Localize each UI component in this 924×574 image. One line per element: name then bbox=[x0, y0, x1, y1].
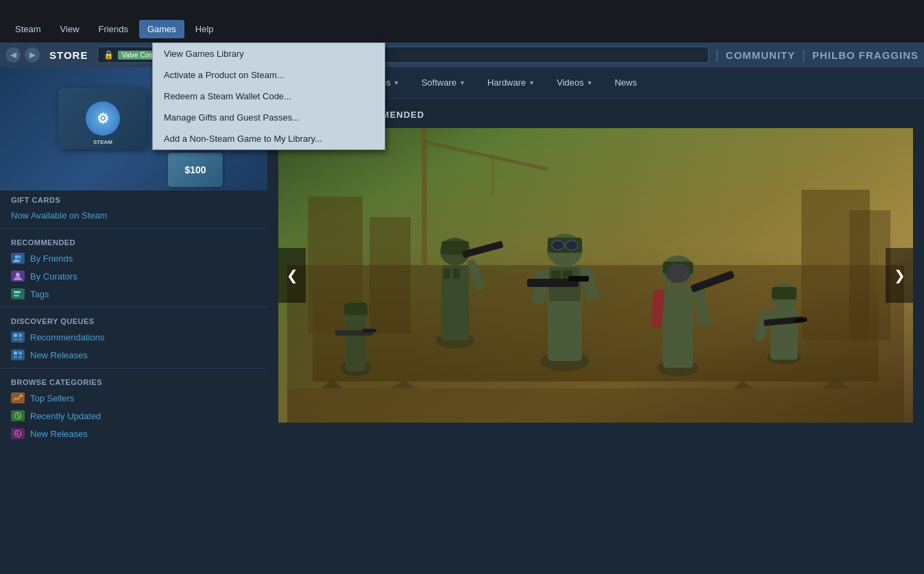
recommendations-link[interactable]: Recommendations bbox=[0, 328, 267, 346]
tab-news[interactable]: News bbox=[604, 69, 648, 96]
store-label: STORE bbox=[49, 49, 88, 61]
menu-view[interactable]: View bbox=[52, 20, 88, 38]
discovery-queues-header: DISCOVERY QUEUES bbox=[0, 312, 267, 328]
menu-steam[interactable]: Steam bbox=[7, 20, 49, 38]
forward-button[interactable]: ▶ bbox=[25, 47, 40, 62]
svg-point-2 bbox=[16, 273, 20, 277]
divider-2 bbox=[0, 307, 267, 308]
topsellers-icon bbox=[11, 392, 25, 403]
new-releases-link[interactable]: New Releases bbox=[0, 346, 267, 364]
tags-label: Tags bbox=[30, 289, 49, 299]
carousel-left-button[interactable]: ❮ bbox=[278, 248, 306, 303]
new-releases-browse-link[interactable]: + New Releases bbox=[0, 425, 267, 442]
curators-icon bbox=[11, 271, 25, 282]
software-tab-label: Software bbox=[422, 77, 457, 88]
svg-rect-33 bbox=[443, 269, 450, 279]
svg-rect-9 bbox=[14, 351, 17, 355]
svg-rect-3 bbox=[14, 291, 21, 293]
dropdown-add-non-steam[interactable]: Add a Non-Steam Game to My Library... bbox=[153, 128, 385, 149]
svg-rect-12 bbox=[19, 356, 22, 358]
soldiers-illustration bbox=[278, 128, 913, 423]
title-bar bbox=[0, 0, 924, 15]
svg-rect-30 bbox=[363, 329, 376, 332]
newrel-icon bbox=[11, 349, 25, 360]
tab-software[interactable]: Software ▼ bbox=[411, 69, 476, 96]
recs-icon bbox=[11, 332, 25, 342]
featured-banner[interactable]: ❮ ❯ bbox=[278, 128, 913, 423]
friends-icon bbox=[11, 253, 25, 264]
menu-help[interactable]: Help bbox=[187, 20, 222, 38]
videos-arrow: ▼ bbox=[587, 79, 593, 86]
recently-updated-link[interactable]: Recently Updated bbox=[0, 407, 267, 425]
carousel-right-button[interactable]: ❯ bbox=[886, 248, 913, 303]
top-sellers-link[interactable]: Top Sellers bbox=[0, 389, 267, 407]
hardware-arrow: ▼ bbox=[528, 79, 535, 86]
recently-updated-icon bbox=[11, 410, 25, 421]
games-dropdown-menu: View Games Library Activate a Product on… bbox=[152, 42, 385, 150]
svg-rect-61 bbox=[770, 306, 798, 360]
svg-rect-53 bbox=[663, 286, 693, 368]
svg-rect-6 bbox=[19, 334, 22, 337]
new-releases-browse-icon: + bbox=[11, 428, 25, 439]
dropdown-view-library[interactable]: View Games Library bbox=[153, 43, 385, 64]
svg-point-56 bbox=[666, 264, 690, 283]
menu-games[interactable]: Games bbox=[139, 20, 184, 38]
carousel-left-icon: ❮ bbox=[287, 267, 298, 284]
nav-separator: | bbox=[716, 48, 719, 62]
dropdown-redeem[interactable]: Redeem a Steam Wallet Code... bbox=[153, 86, 385, 107]
svg-line-22 bbox=[424, 142, 548, 169]
svg-point-47 bbox=[566, 240, 578, 250]
svg-text:+: + bbox=[16, 432, 19, 436]
menu-friends[interactable]: Friends bbox=[90, 20, 136, 38]
community-label[interactable]: COMMUNITY bbox=[726, 49, 796, 61]
svg-point-46 bbox=[552, 240, 564, 250]
recently-updated-label: Recently Updated bbox=[30, 411, 101, 421]
svg-rect-4 bbox=[14, 295, 19, 297]
svg-rect-63 bbox=[772, 287, 797, 299]
by-curators-link[interactable]: By Curators bbox=[0, 267, 267, 285]
divider-1 bbox=[0, 228, 267, 229]
dropdown-manage-gifts[interactable]: Manage Gifts and Guest Passes... bbox=[153, 107, 385, 128]
svg-rect-7 bbox=[14, 338, 17, 340]
tags-icon bbox=[11, 288, 25, 299]
divider-3 bbox=[0, 368, 267, 369]
by-curators-label: By Curators bbox=[30, 271, 77, 282]
top-sellers-label: Top Sellers bbox=[30, 393, 74, 403]
tags-link[interactable]: Tags bbox=[0, 285, 267, 303]
now-available-link[interactable]: Now Available on Steam bbox=[0, 207, 267, 224]
tab-videos[interactable]: Videos ▼ bbox=[546, 69, 603, 96]
card-amount-3: $100 bbox=[184, 164, 206, 175]
tab-hardware[interactable]: Hardware ▼ bbox=[476, 69, 546, 96]
svg-rect-34 bbox=[453, 269, 460, 279]
by-friends-label: By Friends bbox=[30, 253, 73, 264]
games-arrow: ▼ bbox=[393, 79, 400, 86]
news-tab-label: News bbox=[615, 77, 637, 88]
new-releases-label: New Releases bbox=[30, 350, 88, 360]
menu-bar: Steam View Friends Games Help View Games… bbox=[0, 15, 924, 42]
gift-cards-header: GIFT CARDS bbox=[0, 190, 267, 207]
dropdown-activate[interactable]: Activate a Product on Steam... bbox=[153, 64, 385, 86]
steam-gift-card-main: ⚙ STEAM bbox=[58, 88, 147, 149]
nav-separator-2: | bbox=[802, 48, 805, 62]
username-label[interactable]: PHILBO FRAGGINS bbox=[812, 49, 919, 61]
recommended-header: RECOMMENDED bbox=[0, 233, 267, 249]
svg-point-0 bbox=[15, 255, 19, 259]
svg-rect-5 bbox=[14, 334, 17, 337]
recommendations-label: Recommendations bbox=[30, 332, 104, 342]
svg-rect-10 bbox=[19, 351, 22, 355]
svg-rect-18 bbox=[369, 217, 411, 334]
svg-rect-67 bbox=[287, 388, 904, 423]
carousel-right-icon: ❯ bbox=[894, 267, 905, 284]
new-releases-browse-label: New Releases bbox=[30, 429, 88, 439]
svg-rect-51 bbox=[568, 276, 589, 282]
cs-scene bbox=[278, 128, 913, 423]
browse-categories-header: BROWSE CATEGORIES bbox=[0, 373, 267, 389]
videos-tab-label: Videos bbox=[557, 77, 584, 88]
by-friends-link[interactable]: By Friends bbox=[0, 249, 267, 267]
browser-bar: ◀ ▶ STORE 🔒 Valve Corp. [US] http | COMM… bbox=[0, 42, 924, 67]
svg-point-1 bbox=[18, 255, 21, 259]
software-arrow: ▼ bbox=[459, 79, 465, 86]
back-button[interactable]: ◀ bbox=[5, 47, 21, 62]
lock-icon: 🔒 bbox=[104, 50, 114, 60]
svg-rect-20 bbox=[849, 210, 890, 340]
